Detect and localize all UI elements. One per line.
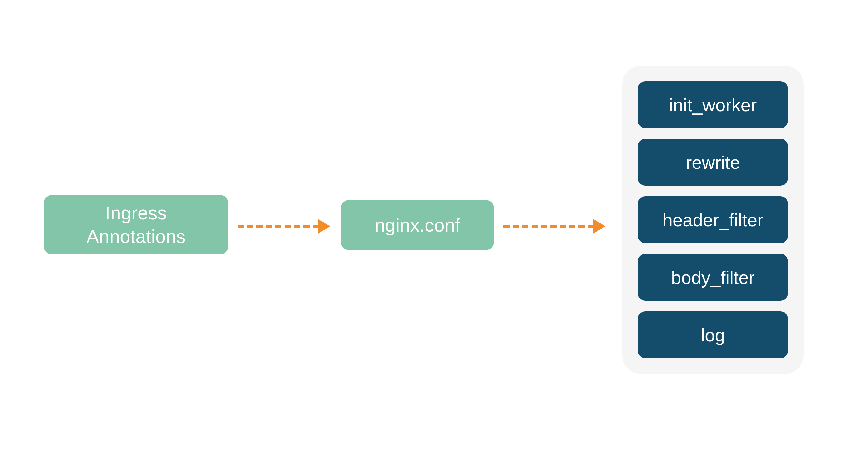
phases-container: init_worker rewrite header_filter body_f…: [622, 66, 804, 374]
node-nginx-conf: nginx.conf: [341, 200, 494, 250]
node-ingress-annotations: Ingress Annotations: [44, 195, 228, 254]
node-ingress-label-line1: Ingress: [105, 201, 167, 225]
node-ingress-label-line2: Annotations: [87, 225, 186, 248]
phase-label: body_filter: [671, 267, 755, 288]
arrow-line: [503, 225, 594, 228]
diagram-canvas: Ingress Annotations nginx.conf init_work…: [0, 0, 868, 452]
phase-label: init_worker: [669, 94, 757, 115]
phase-log: log: [638, 311, 788, 358]
phase-body-filter: body_filter: [638, 254, 788, 301]
arrow-ingress-to-nginx: [238, 219, 330, 234]
arrow-head-icon: [318, 219, 330, 234]
phase-rewrite: rewrite: [638, 139, 788, 186]
arrow-line: [238, 225, 319, 228]
phase-label: rewrite: [686, 152, 740, 173]
phase-label: log: [701, 324, 725, 346]
node-nginx-label: nginx.conf: [375, 214, 460, 237]
phase-header-filter: header_filter: [638, 196, 788, 243]
arrow-nginx-to-phases: [503, 219, 606, 234]
phase-label: header_filter: [662, 209, 763, 230]
phase-init-worker: init_worker: [638, 81, 788, 128]
arrow-head-icon: [593, 219, 606, 234]
